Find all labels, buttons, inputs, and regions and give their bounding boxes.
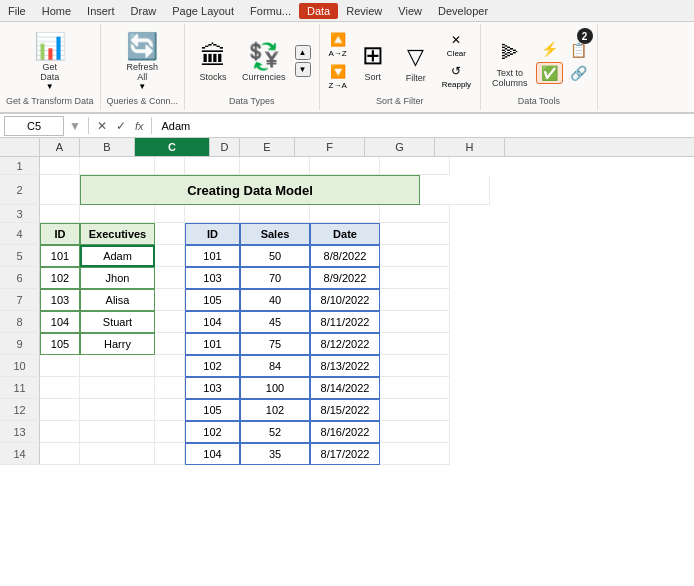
formula-function-icon[interactable]: fx xyxy=(132,120,147,132)
menu-formulas[interactable]: Formu... xyxy=(242,3,299,19)
empty-h-cell[interactable] xyxy=(380,267,450,289)
menu-view[interactable]: View xyxy=(390,3,430,19)
cell-h4[interactable] xyxy=(380,223,450,245)
right-date-cell[interactable]: 8/11/2022 xyxy=(310,311,380,333)
empty-h-cell[interactable] xyxy=(380,377,450,399)
empty-c-cell[interactable] xyxy=(80,355,155,377)
left-id-cell[interactable]: 102 xyxy=(40,267,80,289)
right-header-id[interactable]: ID xyxy=(185,223,240,245)
right-sales-cell[interactable]: 45 xyxy=(240,311,310,333)
right-date-cell[interactable]: 8/13/2022 xyxy=(310,355,380,377)
right-sales-cell[interactable]: 52 xyxy=(240,421,310,443)
empty-h-cell[interactable] xyxy=(380,443,450,465)
right-id-cell[interactable]: 105 xyxy=(185,289,240,311)
empty-d-cell[interactable] xyxy=(155,443,185,465)
right-date-cell[interactable]: 8/10/2022 xyxy=(310,289,380,311)
left-header-executives[interactable]: Executives xyxy=(80,223,155,245)
empty-b-cell[interactable] xyxy=(40,421,80,443)
cell-h3[interactable] xyxy=(380,205,450,223)
right-sales-cell[interactable]: 70 xyxy=(240,267,310,289)
right-id-cell[interactable]: 101 xyxy=(185,245,240,267)
cell-g3[interactable] xyxy=(310,205,380,223)
cell-g1[interactable] xyxy=(310,157,380,175)
right-sales-cell[interactable]: 40 xyxy=(240,289,310,311)
col-header-f[interactable]: F xyxy=(295,138,365,156)
col-header-e[interactable]: E xyxy=(240,138,295,156)
reapply-button[interactable]: ↺ Reapply xyxy=(439,62,474,91)
menu-insert[interactable]: Insert xyxy=(79,3,123,19)
text-to-columns-button[interactable]: ⫸ Text toColumns xyxy=(487,32,533,91)
filter-button[interactable]: ▽ Filter xyxy=(396,37,436,86)
col-header-d[interactable]: D xyxy=(210,138,240,156)
cell-b2[interactable] xyxy=(40,175,80,205)
right-id-cell[interactable]: 103 xyxy=(185,377,240,399)
menu-home[interactable]: Home xyxy=(34,3,79,19)
sort-za-button[interactable]: 🔽 Z→A xyxy=(326,62,350,92)
right-id-cell[interactable]: 105 xyxy=(185,399,240,421)
empty-b-cell[interactable] xyxy=(40,399,80,421)
left-id-cell[interactable]: 104 xyxy=(40,311,80,333)
empty-h-cell[interactable] xyxy=(380,333,450,355)
cell-d4[interactable] xyxy=(155,223,185,245)
cell-d1[interactable] xyxy=(155,157,185,175)
data-validation-button[interactable]: ✅ xyxy=(536,62,563,84)
right-sales-cell[interactable]: 75 xyxy=(240,333,310,355)
menu-developer[interactable]: Developer xyxy=(430,3,496,19)
right-date-cell[interactable]: 8/14/2022 xyxy=(310,377,380,399)
formula-cancel-icon[interactable]: ✕ xyxy=(94,119,110,133)
empty-h-cell[interactable] xyxy=(380,399,450,421)
right-date-cell[interactable]: 8/16/2022 xyxy=(310,421,380,443)
right-date-cell[interactable]: 8/12/2022 xyxy=(310,333,380,355)
left-exec-cell[interactable]: Stuart xyxy=(80,311,155,333)
sort-button[interactable]: ⊞ Sort xyxy=(353,37,393,84)
cell-b3[interactable] xyxy=(40,205,80,223)
left-header-id[interactable]: ID xyxy=(40,223,80,245)
left-exec-cell[interactable]: Alisa xyxy=(80,289,155,311)
cell-e1[interactable] xyxy=(185,157,240,175)
empty-h-cell[interactable] xyxy=(380,355,450,377)
flash-fill-button[interactable]: ⚡ xyxy=(536,39,563,59)
empty-d-cell[interactable] xyxy=(155,289,185,311)
cell-d3[interactable] xyxy=(155,205,185,223)
right-sales-cell[interactable]: 102 xyxy=(240,399,310,421)
right-sales-cell[interactable]: 35 xyxy=(240,443,310,465)
empty-d-cell[interactable] xyxy=(155,333,185,355)
right-date-cell[interactable]: 8/9/2022 xyxy=(310,267,380,289)
left-exec-cell[interactable]: Harry xyxy=(80,333,155,355)
col-header-b[interactable]: B xyxy=(80,138,135,156)
col-header-h[interactable]: H xyxy=(435,138,505,156)
menu-page-layout[interactable]: Page Layout xyxy=(164,3,242,19)
empty-b-cell[interactable] xyxy=(40,443,80,465)
empty-h-cell[interactable] xyxy=(380,245,450,267)
left-id-cell[interactable]: 105 xyxy=(40,333,80,355)
cell-b1[interactable] xyxy=(40,157,80,175)
get-data-button[interactable]: 📊 GetData ▼ xyxy=(29,28,71,94)
right-header-sales[interactable]: Sales xyxy=(240,223,310,245)
right-id-cell[interactable]: 101 xyxy=(185,333,240,355)
right-id-cell[interactable]: 104 xyxy=(185,443,240,465)
left-id-cell[interactable]: 103 xyxy=(40,289,80,311)
empty-c-cell[interactable] xyxy=(80,399,155,421)
menu-draw[interactable]: Draw xyxy=(123,3,165,19)
refresh-all-button[interactable]: 🔄 RefreshAll ▼ xyxy=(121,28,163,94)
col-header-c[interactable]: C xyxy=(135,138,210,156)
empty-b-cell[interactable] xyxy=(40,377,80,399)
cell-reference[interactable] xyxy=(4,116,64,136)
stocks-button[interactable]: 🏛 Stocks xyxy=(193,38,233,85)
cell-h1[interactable] xyxy=(380,157,450,175)
cell-c1[interactable] xyxy=(80,157,155,175)
right-sales-cell[interactable]: 50 xyxy=(240,245,310,267)
right-sales-cell[interactable]: 100 xyxy=(240,377,310,399)
right-date-cell[interactable]: 8/8/2022 xyxy=(310,245,380,267)
left-exec-cell[interactable]: Adam xyxy=(80,245,155,267)
clear-button[interactable]: ✕ Clear xyxy=(439,31,474,60)
left-exec-cell[interactable]: Jhon xyxy=(80,267,155,289)
empty-d-cell[interactable] xyxy=(155,355,185,377)
right-id-cell[interactable]: 104 xyxy=(185,311,240,333)
relationships-button[interactable]: 🔗 xyxy=(566,63,591,83)
empty-d-cell[interactable] xyxy=(155,267,185,289)
right-id-cell[interactable]: 102 xyxy=(185,421,240,443)
empty-c-cell[interactable] xyxy=(80,421,155,443)
sort-az-button[interactable]: 🔼 A→Z xyxy=(326,30,350,60)
menu-review[interactable]: Review xyxy=(338,3,390,19)
